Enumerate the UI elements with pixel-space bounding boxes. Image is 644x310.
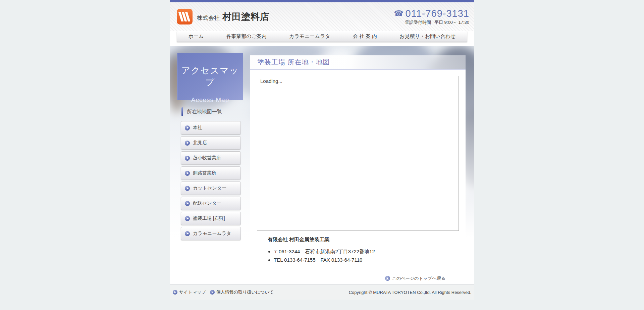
sidebar-item-honsha[interactable]: 本社	[181, 121, 241, 135]
company-prefix: 株式会社	[197, 14, 220, 22]
company-info-heading: 有限会社 村田金属塗装工業	[268, 237, 459, 243]
map-loading-text: Loading...	[260, 78, 282, 84]
sidebar-item-cut-center[interactable]: カットセンター	[181, 182, 241, 195]
location-menu: 本社 北見店 苫小牧営業所 釧路営業所	[181, 121, 241, 240]
global-nav: ホーム 各事業部のご案内 カラモニームラタ 会 社 案 内 お見積り・お問い合わ…	[177, 31, 467, 42]
banner-title: アクセスマップ	[177, 53, 243, 88]
company-logo-icon[interactable]	[177, 9, 193, 24]
page-title-band: 塗装工場 所在地・地図	[250, 55, 466, 69]
circle-arrow-icon	[185, 171, 190, 176]
circle-up-arrow-icon	[385, 276, 390, 281]
circle-arrow-icon	[185, 216, 190, 221]
site-footer: サイトマップ 個人情報の取り扱いについて Copyright © MURATA …	[170, 285, 474, 300]
banner-subtitle: Access Map	[177, 88, 243, 104]
phone-hours: 電話受付時間平日 9:00～ 17:30	[394, 19, 469, 25]
sidebar-item-tomakomai[interactable]: 苫小牧営業所	[181, 151, 241, 165]
page-bottom-spacer	[170, 300, 474, 310]
top-accent-bar	[170, 0, 474, 2]
circle-arrow-icon	[185, 201, 190, 206]
heading-bar-icon	[181, 107, 183, 116]
circle-arrow-icon	[173, 290, 177, 295]
nav-item-contact[interactable]: お見積り・お問い合わせ	[397, 33, 458, 40]
nav-item-company[interactable]: 会 社 案 内	[350, 33, 380, 40]
map-container[interactable]: Loading...	[257, 76, 459, 231]
circle-arrow-icon	[185, 186, 190, 191]
sidebar-item-kushiro[interactable]: 釧路営業所	[181, 166, 241, 180]
content-panel: Loading... 有限会社 村田金属塗装工業 〒061-3244 石狩市新港…	[250, 69, 466, 285]
footer-link-privacy[interactable]: 個人情報の取り扱いについて	[210, 289, 274, 295]
site-header: 株式会社 村田塗料店 ☎ 011-769-3131 電話受付時間平日 9:00～…	[170, 2, 474, 31]
circle-arrow-icon	[185, 156, 190, 161]
back-to-top-link[interactable]: このページのトップへ戻る	[385, 275, 445, 281]
circle-arrow-icon	[185, 231, 190, 236]
sidebar-item-kitami[interactable]: 北見店	[181, 136, 241, 150]
sidebar-list-heading: 所在地地図一覧	[181, 107, 250, 116]
address-line: 〒061-3244 石狩市新港南2丁目3722番地12	[274, 248, 459, 255]
nav-item-divisions[interactable]: 各事業部のご案内	[223, 33, 269, 40]
footer-link-sitemap[interactable]: サイトマップ	[173, 289, 206, 295]
header-contact: ☎ 011-769-3131 電話受付時間平日 9:00～ 17:30	[394, 8, 469, 25]
circle-arrow-icon	[185, 125, 190, 131]
sidebar-item-haiso-center[interactable]: 配送センター	[181, 197, 241, 210]
main-content: 塗装工場 所在地・地図 Loading... 有限会社 村田金属塗装工業 〒06…	[250, 46, 466, 285]
content-band: アクセスマップ Access Map 所在地地図一覧 本社 北見店	[170, 46, 474, 285]
nav-item-home[interactable]: ホーム	[186, 33, 207, 40]
page-container: 株式会社 村田塗料店 ☎ 011-769-3131 電話受付時間平日 9:00～…	[170, 0, 474, 310]
sidebar-item-tosou-kojo[interactable]: 塗装工場 [石狩]	[181, 212, 241, 225]
circle-arrow-icon	[210, 290, 215, 295]
company-info-list: 〒061-3244 石狩市新港南2丁目3722番地12 TEL 0133-64-…	[274, 248, 459, 264]
access-map-banner: アクセスマップ Access Map	[177, 53, 243, 100]
tel-fax-line: TEL 0133-64-7155 FAX 0133-64-7110	[274, 256, 459, 264]
sidebar: アクセスマップ Access Map 所在地地図一覧 本社 北見店	[170, 46, 250, 285]
sidebar-item-color-money[interactable]: カラモニームラタ	[181, 227, 241, 240]
nav-wrapper: ホーム 各事業部のご案内 カラモニームラタ 会 社 案 内 お見積り・お問い合わ…	[170, 31, 474, 46]
site-title: 株式会社 村田塗料店	[197, 11, 269, 23]
phone-number: 011-769-3131	[406, 8, 469, 19]
circle-arrow-icon	[185, 141, 190, 146]
copyright-text: Copyright © MURATA TORYOTEN Co.,ltd. All…	[349, 290, 471, 295]
phone-icon: ☎	[394, 10, 404, 17]
page-title: 塗装工場 所在地・地図	[257, 58, 330, 67]
nav-item-color-money[interactable]: カラモニームラタ	[286, 33, 333, 40]
company-name: 村田塗料店	[222, 11, 269, 23]
